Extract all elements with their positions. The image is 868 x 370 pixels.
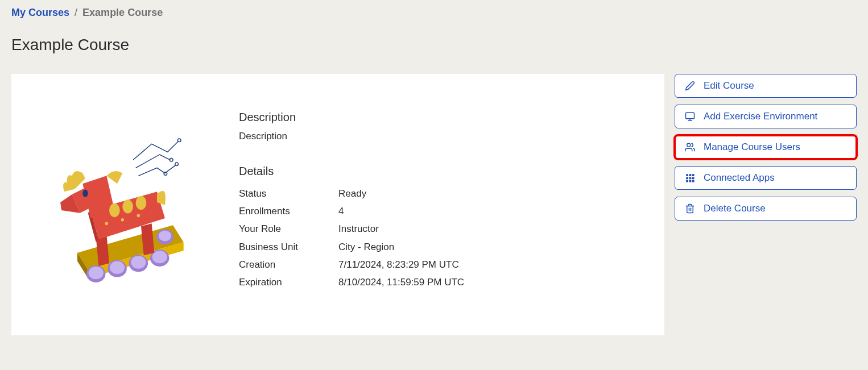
svg-rect-38: [686, 177, 688, 180]
svg-rect-43: [692, 180, 695, 182]
details-label: Enrollments: [239, 203, 338, 219]
svg-rect-39: [689, 177, 692, 180]
description-text: Description: [239, 131, 642, 142]
details-value: Instructor: [338, 221, 642, 236]
svg-point-0: [177, 139, 181, 142]
details-list: Status Ready Enrollments 4 Your Role Ins…: [239, 185, 642, 291]
edit-course-button[interactable]: Edit Course: [675, 74, 857, 98]
button-label: Add Exercise Environment: [704, 111, 817, 122]
details-label: Your Role: [239, 221, 338, 236]
svg-point-28: [105, 222, 109, 226]
svg-point-2: [175, 163, 179, 166]
details-value: City - Region: [338, 239, 642, 255]
pencil-icon: [684, 80, 696, 92]
connected-apps-button[interactable]: Connected Apps: [675, 166, 857, 190]
svg-point-8: [89, 267, 104, 279]
svg-point-16: [159, 230, 171, 241]
details-row-creation: Creation 7/11/2024, 8:23:29 PM UTC: [239, 256, 642, 273]
content-wrapper: Description Description Details Status R…: [11, 74, 857, 335]
svg-point-26: [122, 199, 133, 213]
delete-course-button[interactable]: Delete Course: [675, 197, 857, 221]
details-label: Expiration: [239, 275, 338, 290]
svg-rect-42: [689, 180, 692, 182]
details-row-role: Your Role Instructor: [239, 220, 642, 238]
details-row-expiration: Expiration 8/10/2024, 11:59:59 PM UTC: [239, 273, 642, 291]
users-icon: [684, 142, 696, 153]
breadcrumb: My Courses / Example Course: [11, 7, 857, 19]
button-label: Manage Course Users: [704, 142, 800, 153]
svg-point-29: [121, 218, 125, 222]
details-row-status: Status Ready: [239, 185, 642, 202]
details-heading: Details: [239, 165, 642, 178]
course-card: Description Description Details Status R…: [11, 74, 664, 335]
trash-icon: [684, 203, 696, 214]
apps-grid-icon: [684, 172, 696, 184]
button-label: Delete Course: [704, 203, 766, 214]
course-info: Description Description Details Status R…: [239, 97, 642, 301]
breadcrumb-link-my-courses[interactable]: My Courses: [11, 7, 69, 18]
breadcrumb-separator: /: [75, 7, 77, 18]
svg-rect-35: [686, 174, 688, 176]
button-label: Connected Apps: [704, 172, 775, 184]
actions-sidebar: Edit Course Add Exercise Environment: [675, 74, 857, 221]
details-value: 4: [338, 203, 642, 219]
svg-rect-37: [692, 174, 695, 176]
details-value: 8/10/2024, 11:59:59 PM UTC: [338, 275, 642, 290]
svg-rect-31: [686, 113, 695, 119]
svg-point-10: [110, 261, 125, 274]
description-heading: Description: [239, 111, 642, 124]
monitor-icon: [684, 111, 696, 122]
svg-point-34: [687, 143, 691, 147]
details-value: Ready: [338, 186, 642, 201]
details-row-enrollments: Enrollments 4: [239, 202, 642, 220]
svg-point-27: [136, 196, 147, 210]
manage-course-users-button[interactable]: Manage Course Users: [675, 135, 857, 159]
svg-rect-36: [689, 174, 692, 176]
button-label: Edit Course: [704, 80, 754, 92]
details-value: 7/11/2024, 8:23:29 PM UTC: [338, 257, 642, 272]
trojan-horse-icon: [46, 131, 205, 290]
details-label: Status: [239, 186, 338, 201]
breadcrumb-current: Example Course: [82, 7, 163, 18]
course-image: [34, 97, 216, 301]
svg-point-14: [152, 251, 167, 263]
page-title: Example Course: [11, 36, 857, 54]
svg-point-30: [137, 214, 140, 218]
svg-point-24: [82, 190, 88, 197]
svg-rect-41: [686, 180, 688, 182]
add-exercise-environment-button[interactable]: Add Exercise Environment: [675, 105, 857, 128]
svg-point-12: [131, 256, 146, 268]
details-label: Creation: [239, 257, 338, 272]
svg-rect-40: [692, 177, 695, 180]
details-row-business-unit: Business Unit City - Region: [239, 238, 642, 256]
svg-point-25: [109, 203, 120, 217]
details-label: Business Unit: [239, 239, 338, 255]
